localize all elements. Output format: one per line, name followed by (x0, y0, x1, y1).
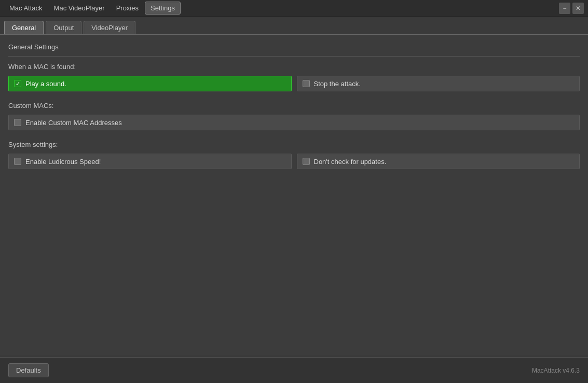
when-mac-found-label: When a MAC is found: (8, 63, 580, 71)
stop-attack-checkbox[interactable] (303, 80, 310, 87)
dont-check-updates-label: Don't check for updates. (314, 158, 387, 166)
enable-custom-mac-checkbox[interactable] (14, 119, 21, 126)
title-bar-right: − ✕ (559, 3, 584, 14)
menu-mac-attack[interactable]: Mac Attack (4, 2, 48, 14)
general-settings-title: General Settings (8, 43, 580, 51)
defaults-button[interactable]: Defaults (8, 363, 49, 377)
stop-attack-option[interactable]: Stop the attack. (297, 76, 580, 91)
enable-ludicrous-label: Enable Ludicrous Speed! (25, 158, 101, 166)
custom-macs-section: Custom MACs: Enable Custom MAC Addresses (8, 102, 580, 130)
dont-check-updates-option[interactable]: Don't check for updates. (297, 154, 580, 169)
menu-mac-videoplayer[interactable]: Mac VideoPlayer (49, 2, 110, 14)
enable-custom-mac-option[interactable]: Enable Custom MAC Addresses (8, 115, 580, 130)
system-settings-row: Enable Ludicrous Speed! Don't check for … (8, 154, 580, 169)
mac-found-row: Play a sound. Stop the attack. (8, 76, 580, 91)
version-label: MacAttack v4.6.3 (532, 367, 580, 374)
title-bar-left: Mac Attack Mac VideoPlayer Proxies Setti… (4, 2, 181, 15)
dont-check-updates-checkbox[interactable] (303, 158, 310, 165)
enable-custom-mac-label: Enable Custom MAC Addresses (25, 119, 122, 127)
footer: Defaults MacAttack v4.6.3 (0, 357, 588, 383)
tab-bar: General Output VideoPlayer (0, 17, 588, 34)
tab-general[interactable]: General (4, 21, 44, 34)
content-area: General Settings When a MAC is found: Pl… (0, 34, 588, 355)
tab-output[interactable]: Output (46, 21, 81, 34)
system-settings-section: System settings: Enable Ludicrous Speed!… (8, 141, 580, 169)
menu-settings[interactable]: Settings (145, 2, 181, 15)
custom-macs-label: Custom MACs: (8, 102, 580, 110)
system-settings-label: System settings: (8, 141, 580, 148)
custom-macs-row: Enable Custom MAC Addresses (8, 115, 580, 130)
general-settings-section: General Settings When a MAC is found: Pl… (8, 43, 580, 91)
enable-ludicrous-option[interactable]: Enable Ludicrous Speed! (8, 154, 292, 169)
close-button[interactable]: ✕ (572, 3, 584, 14)
tab-videoplayer[interactable]: VideoPlayer (84, 21, 135, 34)
play-sound-option[interactable]: Play a sound. (8, 76, 292, 91)
title-bar: Mac Attack Mac VideoPlayer Proxies Setti… (0, 0, 588, 17)
play-sound-label: Play a sound. (25, 80, 66, 88)
play-sound-checkbox[interactable] (14, 80, 21, 87)
minimize-button[interactable]: − (559, 3, 570, 14)
stop-attack-label: Stop the attack. (314, 80, 361, 88)
enable-ludicrous-checkbox[interactable] (14, 158, 21, 165)
menu-proxies[interactable]: Proxies (111, 2, 144, 14)
